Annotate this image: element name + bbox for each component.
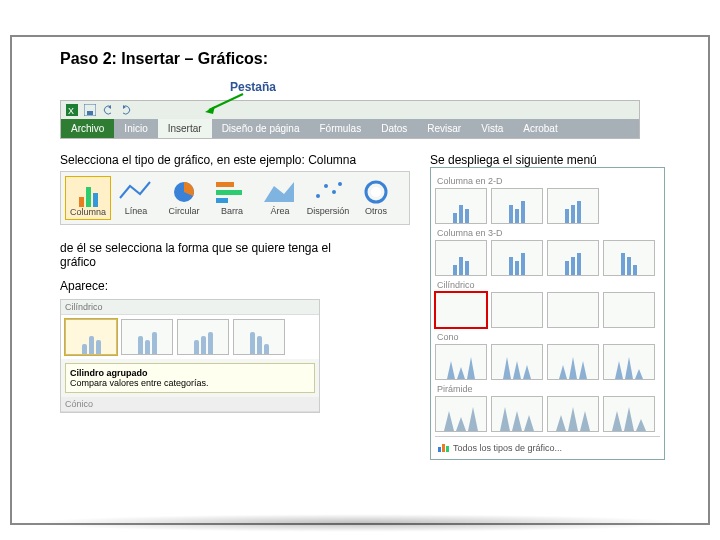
menu-all-label: Todos los tipos de gráfico...: [453, 443, 562, 453]
tooltip-box: Cilindro agrupado Compara valores entre …: [65, 363, 315, 393]
svg-rect-19: [438, 447, 441, 452]
tab-data[interactable]: Datos: [371, 119, 417, 138]
tab-file[interactable]: Archivo: [61, 119, 114, 138]
menu-section-cone: Cono: [437, 332, 660, 342]
undo-icon[interactable]: [101, 103, 115, 117]
thumb-cyl-100[interactable]: [547, 292, 599, 328]
thumb-pyr-4[interactable]: [603, 396, 655, 432]
preview-category-cone: Cónico: [61, 397, 319, 412]
chart-type-pie[interactable]: Circular: [161, 176, 207, 220]
chart-type-label: Línea: [125, 206, 148, 216]
thumb-3d-2[interactable]: [491, 240, 543, 276]
other-chart-icon: [358, 178, 394, 206]
svg-point-16: [338, 182, 342, 186]
caption-select-type: Selecciona el tipo de gráfico, en este e…: [60, 153, 410, 167]
tooltip-preview: Cilíndrico Cilindro agrupado Compara val…: [60, 299, 320, 413]
thumb-cyl-clustered[interactable]: [435, 292, 487, 328]
caption-appears: Aparece:: [60, 279, 410, 293]
thumb-pyr-1[interactable]: [435, 396, 487, 432]
chart-type-label: Columna: [70, 207, 106, 217]
bar-chart-icon: [214, 178, 250, 206]
thumb-cyl-stacked[interactable]: [491, 292, 543, 328]
all-charts-icon: [437, 441, 449, 455]
thumb-cyl-4[interactable]: [233, 319, 285, 355]
thumb-cone-1[interactable]: [435, 344, 487, 380]
tab-view[interactable]: Vista: [471, 119, 513, 138]
tab-formulas[interactable]: Fórmulas: [309, 119, 371, 138]
thumb-3d-3[interactable]: [547, 240, 599, 276]
thumb-cone-4[interactable]: [603, 344, 655, 380]
thumb-2d-3[interactable]: [547, 188, 599, 224]
svg-rect-5: [87, 111, 93, 115]
chart-type-label: Otros: [365, 206, 387, 216]
chart-type-label: Dispersión: [307, 206, 350, 216]
thumb-cyl-1[interactable]: [65, 319, 117, 355]
scatter-chart-icon: [310, 178, 346, 206]
thumb-cyl-3d[interactable]: [603, 292, 655, 328]
line-chart-icon: [118, 178, 154, 206]
page-title: Paso 2: Insertar – Gráficos:: [60, 50, 690, 68]
svg-point-13: [316, 194, 320, 198]
thumb-pyr-2[interactable]: [491, 396, 543, 432]
thumb-cyl-2[interactable]: [121, 319, 173, 355]
chart-type-label: Circular: [168, 206, 199, 216]
caption-select-shape: de él se selecciona la forma que se quie…: [60, 241, 360, 269]
pie-chart-icon: [166, 178, 202, 206]
thumb-3d-4[interactable]: [603, 240, 655, 276]
thumb-pyr-3[interactable]: [547, 396, 599, 432]
svg-rect-10: [216, 190, 242, 195]
thumb-2d-2[interactable]: [491, 188, 543, 224]
caption-menu-unfolds: Se despliega el siguiente menú: [430, 153, 670, 167]
tab-home[interactable]: Inicio: [114, 119, 157, 138]
redo-icon[interactable]: [119, 103, 133, 117]
excel-ribbon: X Archivo Inicio Insertar Diseño de pági…: [60, 100, 640, 139]
tab-insert[interactable]: Insertar: [158, 119, 212, 138]
column-chart-icon: [70, 179, 106, 207]
chart-type-area[interactable]: Área: [257, 176, 303, 220]
menu-section-pyramid: Pirámide: [437, 384, 660, 394]
area-chart-icon: [262, 178, 298, 206]
menu-section-cylinder: Cilíndrico: [437, 280, 660, 290]
chart-type-line[interactable]: Línea: [113, 176, 159, 220]
thumb-2d-1[interactable]: [435, 188, 487, 224]
chart-type-column[interactable]: Columna: [65, 176, 111, 220]
menu-section-2d: Columna en 2-D: [437, 176, 660, 186]
svg-rect-11: [216, 198, 228, 203]
svg-point-18: [371, 187, 381, 197]
menu-section-3d: Columna en 3-D: [437, 228, 660, 238]
tooltip-title: Cilindro agrupado: [70, 368, 148, 378]
chart-types-gallery: Columna Línea Circular Barra Área: [60, 171, 410, 225]
subtitle-tab-label: Pestaña: [230, 80, 690, 94]
thumb-cone-3[interactable]: [547, 344, 599, 380]
ribbon-tabs: Archivo Inicio Insertar Diseño de página…: [61, 119, 639, 138]
svg-marker-12: [264, 182, 294, 202]
quick-access-toolbar: X: [61, 101, 639, 119]
excel-icon: X: [65, 103, 79, 117]
page-shadow: [30, 514, 690, 532]
chart-type-scatter[interactable]: Dispersión: [305, 176, 351, 220]
thumb-cyl-3[interactable]: [177, 319, 229, 355]
tab-review[interactable]: Revisar: [417, 119, 471, 138]
tab-layout[interactable]: Diseño de página: [212, 119, 310, 138]
chart-type-label: Barra: [221, 206, 243, 216]
svg-rect-9: [216, 182, 234, 187]
preview-thumbs-row: [61, 315, 319, 359]
chart-type-other[interactable]: Otros: [353, 176, 399, 220]
column-submenu: Columna en 2-D Columna en 3-D Cilíndrico: [430, 167, 665, 460]
preview-category-cylinder: Cilíndrico: [61, 300, 319, 315]
thumb-cone-2[interactable]: [491, 344, 543, 380]
svg-rect-21: [446, 446, 449, 452]
tooltip-description: Compara valores entre categorías.: [70, 378, 209, 388]
chart-type-bar[interactable]: Barra: [209, 176, 255, 220]
chart-type-label: Área: [270, 206, 289, 216]
svg-text:X: X: [68, 106, 74, 116]
tab-acrobat[interactable]: Acrobat: [513, 119, 567, 138]
svg-point-14: [324, 184, 328, 188]
menu-all-chart-types[interactable]: Todos los tipos de gráfico...: [435, 436, 660, 459]
svg-rect-20: [442, 444, 445, 452]
svg-point-15: [332, 190, 336, 194]
thumb-3d-1[interactable]: [435, 240, 487, 276]
save-icon[interactable]: [83, 103, 97, 117]
